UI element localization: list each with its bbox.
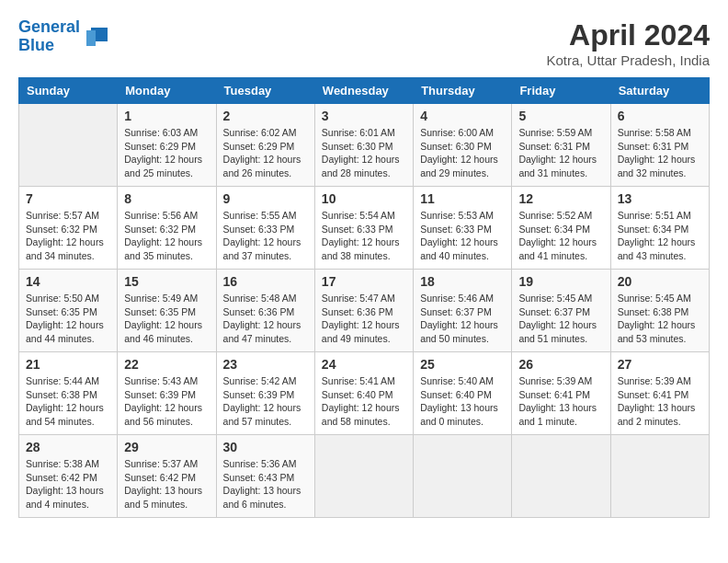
calendar-cell	[414, 435, 512, 518]
day-number: 25	[420, 357, 505, 372]
weekday-header: Saturday	[610, 78, 709, 104]
day-number: 2	[223, 109, 308, 123]
day-info: Sunrise: 5:49 AM Sunset: 6:35 PM Dayligh…	[124, 292, 209, 346]
day-info: Sunrise: 5:45 AM Sunset: 6:37 PM Dayligh…	[518, 292, 603, 346]
weekday-header: Friday	[512, 78, 610, 104]
weekday-header: Tuesday	[216, 78, 314, 104]
day-number: 18	[420, 274, 505, 289]
weekday-header: Monday	[118, 78, 216, 104]
calendar-cell: 27Sunrise: 5:39 AM Sunset: 6:41 PM Dayli…	[610, 352, 709, 435]
calendar-cell: 16Sunrise: 5:48 AM Sunset: 6:36 PM Dayli…	[216, 270, 314, 352]
calendar-cell	[19, 104, 118, 187]
logo: General Blue	[18, 18, 109, 55]
calendar-cell: 2Sunrise: 6:02 AM Sunset: 6:29 PM Daylig…	[216, 104, 314, 187]
day-number: 17	[322, 274, 406, 289]
calendar-cell: 26Sunrise: 5:39 AM Sunset: 6:41 PM Dayli…	[512, 352, 610, 435]
calendar-cell: 22Sunrise: 5:43 AM Sunset: 6:39 PM Dayli…	[118, 352, 216, 435]
day-number: 9	[223, 191, 308, 206]
calendar-week-row: 14Sunrise: 5:50 AM Sunset: 6:35 PM Dayli…	[19, 270, 710, 352]
day-info: Sunrise: 5:58 AM Sunset: 6:31 PM Dayligh…	[618, 126, 702, 180]
location-subtitle: Kotra, Uttar Pradesh, India	[546, 52, 710, 68]
calendar-cell: 30Sunrise: 5:36 AM Sunset: 6:43 PM Dayli…	[216, 435, 314, 518]
logo-line1: General	[18, 17, 80, 36]
day-number: 20	[618, 274, 702, 289]
month-title: April 2024	[546, 18, 710, 52]
day-number: 22	[124, 357, 209, 372]
day-info: Sunrise: 5:39 AM Sunset: 6:41 PM Dayligh…	[618, 374, 702, 429]
page-header: General Blue April 2024 Kotra, Uttar Pra…	[18, 18, 710, 68]
day-info: Sunrise: 6:00 AM Sunset: 6:30 PM Dayligh…	[420, 126, 505, 180]
logo-line2: Blue	[18, 36, 54, 54]
day-info: Sunrise: 6:01 AM Sunset: 6:30 PM Dayligh…	[322, 126, 406, 180]
day-info: Sunrise: 5:57 AM Sunset: 6:32 PM Dayligh…	[26, 209, 110, 263]
day-info: Sunrise: 5:42 AM Sunset: 6:39 PM Dayligh…	[223, 374, 308, 429]
day-number: 29	[124, 440, 209, 454]
day-number: 6	[618, 109, 702, 123]
day-info: Sunrise: 5:48 AM Sunset: 6:36 PM Dayligh…	[223, 292, 308, 346]
calendar-cell: 21Sunrise: 5:44 AM Sunset: 6:38 PM Dayli…	[19, 352, 118, 435]
calendar-cell: 13Sunrise: 5:51 AM Sunset: 6:34 PM Dayli…	[610, 187, 709, 270]
calendar-cell: 11Sunrise: 5:53 AM Sunset: 6:33 PM Dayli…	[414, 187, 512, 270]
calendar-cell: 4Sunrise: 6:00 AM Sunset: 6:30 PM Daylig…	[414, 104, 512, 187]
calendar-cell: 18Sunrise: 5:46 AM Sunset: 6:37 PM Dayli…	[414, 270, 512, 352]
calendar-cell: 7Sunrise: 5:57 AM Sunset: 6:32 PM Daylig…	[19, 187, 118, 270]
calendar-cell: 14Sunrise: 5:50 AM Sunset: 6:35 PM Dayli…	[19, 270, 118, 352]
day-number: 19	[518, 274, 603, 289]
calendar-cell: 1Sunrise: 6:03 AM Sunset: 6:29 PM Daylig…	[118, 104, 216, 187]
day-info: Sunrise: 5:41 AM Sunset: 6:40 PM Dayligh…	[322, 374, 406, 429]
day-number: 26	[518, 357, 603, 372]
day-info: Sunrise: 5:40 AM Sunset: 6:40 PM Dayligh…	[420, 374, 505, 429]
day-info: Sunrise: 5:47 AM Sunset: 6:36 PM Dayligh…	[322, 292, 406, 346]
day-info: Sunrise: 5:46 AM Sunset: 6:37 PM Dayligh…	[420, 292, 505, 346]
day-number: 27	[618, 357, 702, 372]
day-number: 8	[124, 191, 209, 206]
calendar-header-row: SundayMondayTuesdayWednesdayThursdayFrid…	[19, 78, 710, 104]
weekday-header: Wednesday	[314, 78, 413, 104]
weekday-header: Sunday	[19, 78, 118, 104]
day-info: Sunrise: 5:56 AM Sunset: 6:32 PM Dayligh…	[124, 209, 209, 263]
day-number: 4	[420, 109, 505, 123]
day-info: Sunrise: 5:55 AM Sunset: 6:33 PM Dayligh…	[223, 209, 308, 263]
calendar-cell	[512, 435, 610, 518]
day-number: 11	[420, 191, 505, 206]
weekday-header: Thursday	[414, 78, 512, 104]
day-number: 23	[223, 357, 308, 372]
day-number: 7	[26, 191, 110, 206]
day-info: Sunrise: 5:36 AM Sunset: 6:43 PM Dayligh…	[223, 457, 308, 511]
day-info: Sunrise: 5:50 AM Sunset: 6:35 PM Dayligh…	[26, 292, 110, 346]
calendar-table: SundayMondayTuesdayWednesdayThursdayFrid…	[18, 77, 710, 518]
day-info: Sunrise: 5:52 AM Sunset: 6:34 PM Dayligh…	[518, 209, 603, 263]
day-number: 24	[322, 357, 406, 372]
calendar-cell	[610, 435, 709, 518]
calendar-cell: 6Sunrise: 5:58 AM Sunset: 6:31 PM Daylig…	[610, 104, 709, 187]
day-number: 16	[223, 274, 308, 289]
day-number: 14	[26, 274, 110, 289]
day-number: 1	[124, 109, 209, 123]
calendar-week-row: 1Sunrise: 6:03 AM Sunset: 6:29 PM Daylig…	[19, 104, 710, 187]
calendar-cell: 12Sunrise: 5:52 AM Sunset: 6:34 PM Dayli…	[512, 187, 610, 270]
logo-text: General Blue	[18, 18, 80, 55]
calendar-cell: 10Sunrise: 5:54 AM Sunset: 6:33 PM Dayli…	[314, 187, 413, 270]
day-info: Sunrise: 5:54 AM Sunset: 6:33 PM Dayligh…	[322, 209, 406, 263]
calendar-cell: 23Sunrise: 5:42 AM Sunset: 6:39 PM Dayli…	[216, 352, 314, 435]
svg-marker-1	[86, 30, 96, 46]
day-number: 10	[322, 191, 406, 206]
day-info: Sunrise: 5:37 AM Sunset: 6:42 PM Dayligh…	[124, 457, 209, 511]
calendar-cell: 20Sunrise: 5:45 AM Sunset: 6:38 PM Dayli…	[610, 270, 709, 352]
calendar-week-row: 21Sunrise: 5:44 AM Sunset: 6:38 PM Dayli…	[19, 352, 710, 435]
day-number: 30	[223, 440, 308, 454]
day-number: 13	[618, 191, 702, 206]
logo-icon	[82, 23, 109, 51]
day-number: 15	[124, 274, 209, 289]
day-info: Sunrise: 5:44 AM Sunset: 6:38 PM Dayligh…	[26, 374, 110, 429]
calendar-cell: 8Sunrise: 5:56 AM Sunset: 6:32 PM Daylig…	[118, 187, 216, 270]
day-info: Sunrise: 5:38 AM Sunset: 6:42 PM Dayligh…	[26, 457, 110, 511]
day-info: Sunrise: 5:39 AM Sunset: 6:41 PM Dayligh…	[518, 374, 603, 429]
day-info: Sunrise: 6:03 AM Sunset: 6:29 PM Dayligh…	[124, 126, 209, 180]
calendar-cell: 19Sunrise: 5:45 AM Sunset: 6:37 PM Dayli…	[512, 270, 610, 352]
calendar-cell: 29Sunrise: 5:37 AM Sunset: 6:42 PM Dayli…	[118, 435, 216, 518]
calendar-cell: 3Sunrise: 6:01 AM Sunset: 6:30 PM Daylig…	[314, 104, 413, 187]
day-info: Sunrise: 5:43 AM Sunset: 6:39 PM Dayligh…	[124, 374, 209, 429]
calendar-cell: 9Sunrise: 5:55 AM Sunset: 6:33 PM Daylig…	[216, 187, 314, 270]
calendar-cell: 17Sunrise: 5:47 AM Sunset: 6:36 PM Dayli…	[314, 270, 413, 352]
